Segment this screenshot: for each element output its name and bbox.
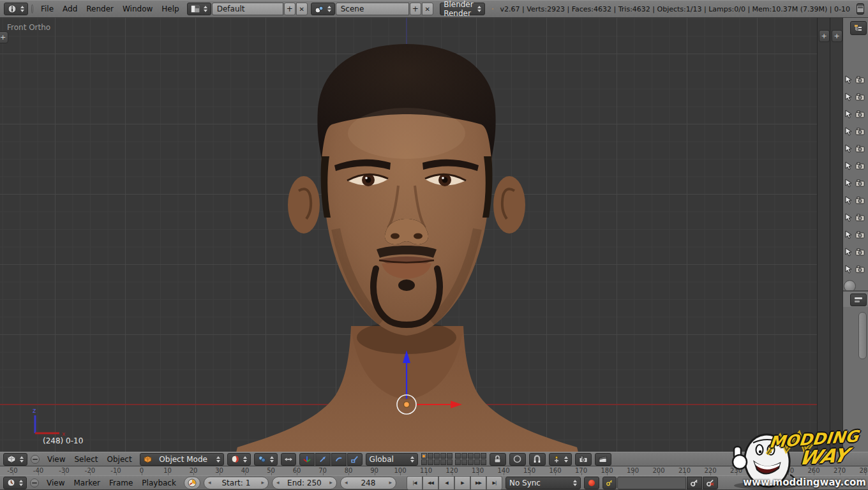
manipulator-translate-toggle[interactable] (315, 453, 331, 466)
menu-marker[interactable]: Marker (69, 479, 104, 487)
outliner-row[interactable] (843, 243, 868, 260)
opengl-render-image-button[interactable] (575, 453, 592, 466)
mode-dropdown[interactable]: Object Mode (140, 453, 224, 466)
jump-to-end-button[interactable]: ▶| (486, 476, 502, 490)
restrict-render-icon[interactable] (855, 110, 865, 118)
layer-cell-7[interactable] (428, 459, 433, 465)
restrict-render-icon[interactable] (855, 162, 865, 170)
layer-cell-18[interactable] (468, 459, 474, 465)
outliner-row[interactable] (843, 71, 868, 88)
editor-type-selector-timeline[interactable] (3, 477, 27, 489)
manipulator-axes-toggle[interactable] (299, 453, 315, 466)
viewport-shading-dropdown[interactable] (227, 453, 251, 466)
layer-cell-14[interactable] (474, 453, 480, 459)
layout-browse-button[interactable] (187, 3, 211, 15)
menu-render[interactable]: Render (82, 4, 118, 13)
delete-keyframe-button[interactable] (703, 477, 718, 489)
restrict-render-icon[interactable] (855, 145, 865, 152)
menu-object[interactable]: Object (103, 455, 137, 464)
menu-playback[interactable]: Playback (137, 479, 181, 487)
stepper-right-icon[interactable]: ▸ (389, 480, 392, 486)
outliner-row[interactable] (843, 209, 868, 226)
region-expand-button[interactable]: + (0, 31, 8, 43)
restrict-render-icon[interactable] (855, 265, 865, 273)
prev-keyframe-button[interactable]: ◀◀ (423, 476, 438, 490)
outliner-row[interactable] (843, 157, 868, 174)
layer-cell-11[interactable] (455, 453, 461, 459)
restrict-select-icon[interactable] (845, 213, 852, 222)
menu-select[interactable]: Select (70, 455, 102, 464)
outliner-row[interactable] (843, 226, 868, 243)
layer-cell-10[interactable] (447, 459, 453, 465)
stepper-left-icon[interactable]: ◂ (345, 480, 348, 486)
menu-view[interactable]: View (42, 479, 69, 487)
scene-close-button[interactable]: ✕ (422, 3, 433, 15)
restrict-select-icon[interactable] (845, 230, 852, 239)
restrict-select-icon[interactable] (845, 196, 852, 205)
scene-name-field[interactable]: Scene (336, 3, 409, 15)
layer-cell-20[interactable] (481, 459, 486, 465)
properties-scrollbar[interactable] (858, 312, 867, 359)
restrict-select-icon[interactable] (845, 248, 852, 256)
collapse-menus-button[interactable] (31, 455, 40, 464)
restrict-select-icon[interactable] (845, 265, 852, 274)
editor-type-selector-info[interactable] (4, 3, 28, 15)
render-engine-dropdown[interactable]: Blender Render (440, 3, 485, 15)
outliner-row[interactable] (843, 88, 868, 105)
lock-to-scene-toggle[interactable] (490, 453, 506, 466)
layer-cell-1[interactable] (421, 453, 427, 459)
layer-cell-4[interactable] (440, 453, 446, 459)
scene-add-button[interactable]: + (410, 3, 421, 15)
play-reverse-button[interactable]: ◀ (438, 476, 454, 490)
layer-cell-9[interactable] (440, 459, 446, 465)
outliner-row[interactable] (843, 260, 868, 278)
layer-cell-12[interactable] (461, 453, 467, 459)
auto-keyframe-record-button[interactable] (584, 477, 599, 489)
layer-cell-5[interactable] (447, 453, 453, 459)
region-expand-button[interactable]: + (819, 30, 830, 42)
editor-type-selector-properties[interactable] (850, 293, 867, 306)
collapse-menus-button[interactable] (31, 4, 33, 13)
layer-cell-8[interactable] (434, 459, 440, 465)
insert-keyframe-button[interactable] (687, 477, 702, 489)
frame-end-field[interactable]: ◂ End: 250 ▸ (272, 477, 337, 489)
outliner-row[interactable] (843, 191, 868, 209)
snap-toggle[interactable] (529, 453, 546, 466)
outliner-row[interactable] (843, 174, 868, 191)
menu-view[interactable]: View (43, 455, 70, 464)
outliner-row[interactable] (843, 140, 868, 157)
editor-type-selector-view3d[interactable] (3, 453, 27, 466)
layer-cell-15[interactable] (481, 453, 486, 459)
use-preview-range-toggle[interactable] (184, 477, 200, 489)
layer-cell-17[interactable] (461, 459, 467, 465)
layer-cell-3[interactable] (434, 453, 440, 459)
transform-orientation-dropdown[interactable]: Global (366, 453, 418, 466)
restrict-select-icon[interactable] (845, 127, 852, 136)
scene-browse-button[interactable] (311, 3, 335, 15)
play-button[interactable]: ▶ (454, 476, 470, 490)
restrict-render-icon[interactable] (855, 76, 865, 84)
editor-type-selector-outliner[interactable] (850, 21, 867, 35)
restrict-render-icon[interactable] (855, 93, 865, 101)
stepper-left-icon[interactable]: ◂ (208, 480, 211, 486)
restrict-render-icon[interactable] (855, 128, 865, 135)
sync-dropdown[interactable]: No Sync (505, 477, 581, 489)
restrict-render-icon[interactable] (855, 248, 865, 256)
snap-element-dropdown[interactable] (549, 453, 572, 466)
menu-add[interactable]: Add (58, 4, 82, 13)
region-expand-button[interactable]: + (832, 30, 842, 42)
restrict-select-icon[interactable] (845, 75, 852, 84)
stepper-left-icon[interactable]: ◂ (276, 480, 280, 486)
restrict-select-icon[interactable] (845, 144, 852, 153)
collapse-menus-button[interactable] (30, 479, 39, 487)
opengl-render-animation-button[interactable] (595, 453, 611, 466)
layers-widget[interactable] (421, 453, 486, 465)
outliner-row[interactable] (843, 105, 868, 122)
restrict-select-icon[interactable] (845, 93, 852, 101)
layout-name-field[interactable]: Default (212, 3, 283, 15)
keying-set-field[interactable] (617, 477, 686, 489)
layer-cell-2[interactable] (428, 453, 433, 459)
window-corner-icon[interactable] (857, 3, 864, 15)
3d-viewport[interactable]: Front Ortho (0, 17, 817, 452)
layer-cell-13[interactable] (468, 453, 474, 459)
